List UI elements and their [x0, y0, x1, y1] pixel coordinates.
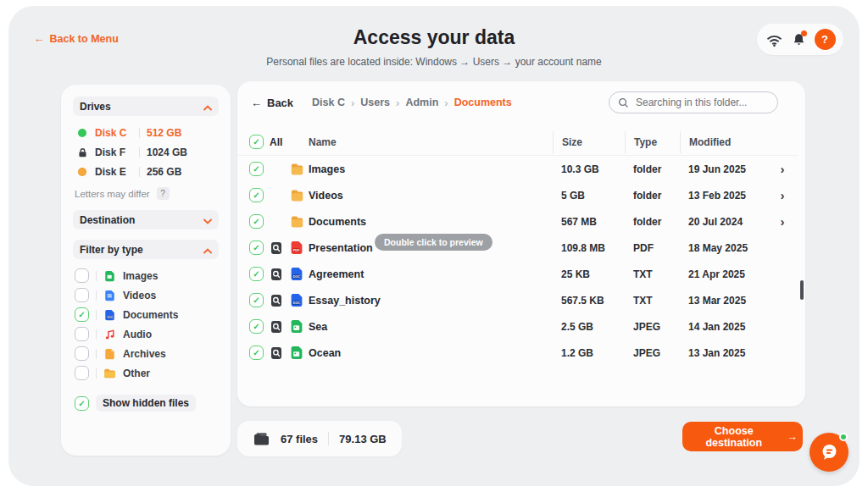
row-checkbox[interactable]: ✓ — [249, 346, 264, 360]
preview-icon[interactable] — [270, 268, 290, 281]
file-row-presentation[interactable]: ✓PDFPresentation109.8 MBPDF18 May 2025 — [237, 235, 798, 261]
file-row-videos[interactable]: ✓Videos5 GBfolder13 Feb 2025› — [237, 182, 798, 208]
filter-item-videos[interactable]: Videos — [73, 285, 219, 305]
drive-item-disk-f[interactable]: Disk F1024 GB — [73, 142, 219, 162]
open-folder-chevron-icon[interactable]: › — [775, 188, 790, 202]
table-header: ✓ All Name Size Type Modified — [237, 129, 798, 156]
column-modified[interactable]: Modified — [680, 131, 775, 153]
row-checkbox[interactable]: ✓ — [249, 188, 264, 202]
green-dot-icon — [76, 129, 88, 137]
breadcrumb-item-users[interactable]: Users — [360, 97, 390, 108]
filter-item-archives[interactable]: Archives — [73, 344, 219, 363]
filter-list: ImagesVideos✓DOCDocumentsAudioArchivesOt… — [73, 266, 219, 383]
row-checkbox[interactable]: ✓ — [249, 293, 264, 307]
drive-size: 512 GB — [147, 127, 181, 139]
drive-size: 1024 GB — [147, 146, 187, 158]
filter-checkbox[interactable] — [75, 327, 89, 341]
notifications-bell-icon[interactable] — [792, 32, 806, 47]
file-row-essay-history[interactable]: ✓DOCEssay_history567.5 KBTXT13 Mar 2025 — [237, 287, 798, 313]
file-name: Sea — [309, 321, 561, 333]
filter-item-documents[interactable]: ✓DOCDocuments — [73, 305, 219, 324]
file-row-agreement[interactable]: ✓DOCAgreement25 KBTXT21 Apr 2025 — [237, 261, 798, 287]
drive-item-disk-c[interactable]: Disk C512 GB — [73, 123, 219, 142]
drive-name: Disk E — [95, 166, 132, 178]
open-folder-chevron-icon[interactable]: › — [775, 162, 790, 176]
breadcrumb-separator: › — [351, 97, 354, 109]
filter-section-header[interactable]: Filter by type — [73, 240, 219, 259]
filter-item-images[interactable]: Images — [73, 266, 219, 285]
preview-icon[interactable] — [270, 346, 290, 360]
chevron-down-icon — [203, 213, 212, 228]
file-modified: 20 Jul 2024 — [688, 216, 775, 228]
row-checkbox[interactable]: ✓ — [249, 319, 264, 334]
folder-stack-icon — [253, 432, 270, 446]
file-size: 5 GB — [561, 190, 633, 202]
choose-destination-button[interactable]: Choose destination → — [682, 422, 803, 451]
drives-section-header[interactable]: Drives — [73, 97, 219, 116]
notification-dot — [801, 30, 807, 36]
online-status-dot — [839, 433, 848, 441]
file-row-ocean[interactable]: ✓Ocean1.2 GBJPEG13 Jan 2025 — [237, 340, 798, 366]
scrollbar-thumb[interactable] — [800, 280, 804, 300]
filter-label: Other — [123, 368, 150, 379]
jpeg-file-icon — [290, 319, 309, 334]
note-help-badge[interactable]: ? — [157, 187, 170, 200]
column-name[interactable]: Name — [309, 136, 561, 148]
row-checkbox[interactable]: ✓ — [249, 267, 264, 281]
file-row-documents[interactable]: ✓Documents567 MBfolder20 Jul 2024› — [237, 208, 798, 235]
column-type[interactable]: Type — [625, 131, 688, 153]
stats-pill: 67 files 79.13 GB — [237, 421, 402, 456]
drive-list: Disk C512 GBDisk F1024 GBDisk E256 GB — [73, 123, 219, 181]
breadcrumb-item-disk-c[interactable]: Disk C — [312, 97, 345, 108]
drives-note-label: Letters may differ — [75, 189, 150, 199]
filter-checkbox[interactable] — [75, 288, 89, 302]
row-checkbox[interactable]: ✓ — [249, 214, 264, 229]
drives-note: Letters may differ ? — [75, 187, 217, 200]
preview-icon[interactable] — [270, 320, 290, 334]
breadcrumb-item-documents[interactable]: Documents — [454, 97, 512, 108]
filter-checkbox[interactable]: ✓ — [75, 307, 89, 322]
file-size: 10.3 GB — [561, 163, 633, 175]
divider — [96, 290, 97, 301]
divider — [96, 271, 97, 281]
select-all-checkbox[interactable]: ✓ — [249, 135, 264, 149]
filter-item-audio[interactable]: Audio — [73, 324, 219, 344]
show-hidden-files-row[interactable]: ✓ Show hidden files — [73, 395, 219, 412]
filter-checkbox[interactable] — [75, 366, 89, 380]
open-folder-chevron-icon[interactable]: › — [775, 214, 790, 229]
doc-file-icon: DOC — [290, 267, 309, 281]
column-size[interactable]: Size — [553, 131, 633, 153]
help-button[interactable]: ? — [815, 29, 836, 50]
show-hidden-checkbox[interactable]: ✓ — [75, 396, 89, 411]
breadcrumb-item-admin[interactable]: Admin — [405, 97, 438, 108]
row-checkbox[interactable]: ✓ — [249, 162, 264, 176]
destination-section-header[interactable]: Destination — [73, 210, 219, 229]
preview-icon[interactable] — [270, 241, 290, 255]
file-modified: 21 Apr 2025 — [688, 268, 775, 280]
drive-item-disk-e[interactable]: Disk E256 GB — [73, 162, 219, 181]
filter-checkbox[interactable] — [75, 268, 89, 283]
folder-icon — [290, 214, 309, 229]
file-row-sea[interactable]: ✓Sea2.5 GBJPEG14 Jan 2025 — [237, 313, 798, 340]
search-input[interactable] — [634, 96, 769, 109]
divider — [139, 128, 140, 138]
back-button[interactable]: ← Back — [251, 97, 293, 109]
preview-icon[interactable] — [270, 294, 290, 307]
file-type: JPEG — [633, 347, 688, 359]
wifi-icon[interactable] — [765, 32, 783, 47]
file-type: folder — [633, 163, 688, 175]
svg-text:DOC: DOC — [293, 301, 301, 305]
filter-checkbox[interactable] — [75, 346, 89, 361]
folder-icon — [103, 368, 116, 379]
file-panel: ← Back Disk C›Users›Admin›Documents ✓ Al… — [237, 81, 805, 406]
page-title: Access your data — [8, 26, 860, 49]
file-size: 109.8 MB — [561, 242, 633, 254]
row-checkbox[interactable]: ✓ — [249, 240, 264, 255]
filter-item-other[interactable]: Other — [73, 363, 219, 383]
search-box[interactable] — [609, 91, 778, 113]
arrow-right-icon: → — [787, 431, 798, 443]
file-row-images[interactable]: ✓Images10.3 GBfolder19 Jun 2025› — [237, 156, 798, 182]
breadcrumb-separator: › — [444, 97, 448, 109]
file-name: Images — [309, 163, 561, 175]
chat-fab-button[interactable] — [810, 433, 849, 472]
